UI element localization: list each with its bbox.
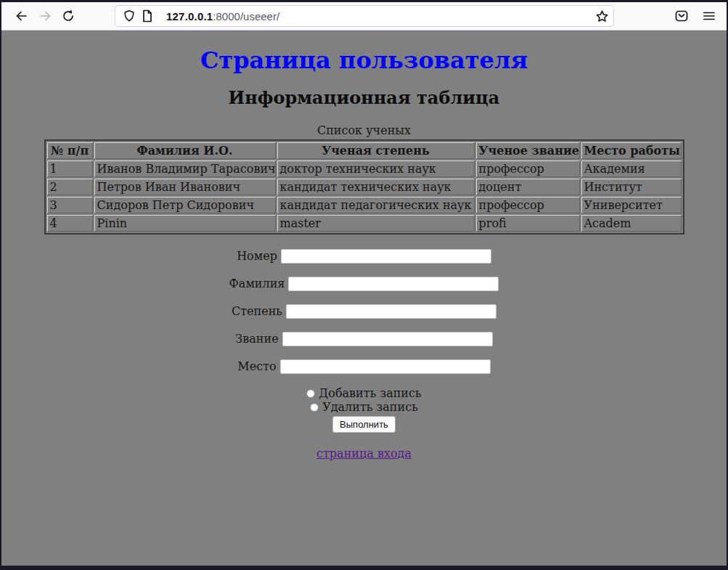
execute-button[interactable]: Выполнить bbox=[332, 416, 396, 433]
table-cell: Иванов Владимир Тарасович bbox=[94, 160, 276, 177]
url-host: 127.0.0.1 bbox=[166, 10, 213, 23]
delete-record-radio[interactable] bbox=[310, 403, 319, 412]
browser-toolbar: 127.0.0.1:8000/useeer/ bbox=[1, 2, 727, 30]
place-label: Место bbox=[237, 359, 276, 373]
scientists-table: № п/п Фамилия И.О. Ученая степень Ученое… bbox=[44, 139, 684, 235]
table-cell: 2 bbox=[47, 179, 93, 195]
table-cell: Институт bbox=[581, 179, 682, 195]
table-cell: profi bbox=[476, 215, 580, 232]
back-arrow-icon bbox=[15, 9, 29, 23]
column-header: Фамилия И.О. bbox=[94, 142, 276, 159]
rank-input[interactable] bbox=[282, 332, 493, 346]
surname-label: Фамилия bbox=[229, 277, 285, 290]
add-record-radio[interactable] bbox=[306, 389, 315, 398]
table-cell: Университет bbox=[581, 197, 682, 213]
table-cell: Сидоров Петр Сидорович bbox=[94, 197, 276, 213]
table-cell: master bbox=[277, 215, 475, 232]
table-cell: Academ bbox=[581, 215, 682, 232]
url-text: 127.0.0.1:8000/useeer/ bbox=[166, 10, 591, 23]
forward-arrow-icon bbox=[38, 9, 52, 23]
table-row: 1 Иванов Владимир Тарасович доктор техни… bbox=[47, 160, 682, 177]
number-input[interactable] bbox=[281, 249, 491, 264]
page-info-icon[interactable] bbox=[142, 9, 153, 23]
table-cell: профессор bbox=[476, 197, 580, 213]
form-row-degree: Степень bbox=[1, 304, 727, 318]
form-row-surname: Фамилия bbox=[1, 276, 727, 290]
form-row-rank: Звание bbox=[1, 331, 727, 346]
column-header: Ученая степень bbox=[277, 142, 475, 159]
page-title: Страница пользователя bbox=[1, 46, 727, 74]
form-row-place: Место bbox=[1, 359, 727, 373]
column-header: Ученое звание bbox=[476, 142, 580, 159]
table-row: 4 Pinin master profi Academ bbox=[47, 215, 682, 232]
table-cell: доктор технических наук bbox=[277, 160, 475, 177]
table-cell: 3 bbox=[47, 197, 93, 213]
login-link-row: страница входа bbox=[1, 447, 727, 460]
table-cell: кандидат технических наук bbox=[277, 179, 475, 195]
table-cell: 1 bbox=[47, 160, 93, 177]
form-row-number: Номер bbox=[1, 248, 727, 263]
url-bar[interactable]: 127.0.0.1:8000/useeer/ bbox=[115, 5, 614, 27]
table-header-row: № п/п Фамилия И.О. Ученая степень Ученое… bbox=[47, 142, 682, 159]
table-caption: Список ученых bbox=[1, 123, 727, 137]
delete-record-option[interactable]: Удалить запись bbox=[1, 400, 727, 414]
reload-icon bbox=[61, 9, 75, 23]
column-header: № п/п bbox=[47, 142, 93, 159]
record-form: Номер Фамилия Степень Звание Место Добав… bbox=[1, 248, 727, 460]
number-label: Номер bbox=[237, 249, 277, 263]
table-row: 3 Сидоров Петр Сидорович кандидат педаго… bbox=[47, 197, 682, 213]
page-subtitle: Информационная таблица bbox=[1, 87, 727, 108]
table-cell: кандидат педагогических наук bbox=[277, 197, 475, 213]
menu-button[interactable] bbox=[702, 9, 716, 23]
toolbar-right-cluster bbox=[674, 9, 719, 23]
surname-input[interactable] bbox=[288, 277, 499, 291]
degree-input[interactable] bbox=[286, 304, 496, 319]
degree-label: Степень bbox=[232, 304, 282, 318]
table-cell: 4 bbox=[47, 215, 93, 232]
pocket-button[interactable] bbox=[674, 9, 689, 23]
browser-window: 127.0.0.1:8000/useeer/ Страниц bbox=[0, 0, 728, 570]
column-header: Место работы bbox=[581, 142, 682, 159]
table-cell: Академия bbox=[581, 160, 682, 177]
forward-button[interactable] bbox=[33, 4, 57, 28]
table-cell: профессор bbox=[476, 160, 580, 177]
url-path: :8000/useeer/ bbox=[213, 10, 279, 23]
reload-button[interactable] bbox=[57, 4, 80, 28]
table-cell: Pinin bbox=[94, 215, 276, 232]
hamburger-menu-icon bbox=[702, 9, 716, 23]
table-row: 2 Петров Иван Иванович кандидат техничес… bbox=[47, 179, 682, 195]
shield-icon[interactable] bbox=[123, 9, 136, 23]
back-button[interactable] bbox=[10, 4, 33, 28]
place-input[interactable] bbox=[280, 359, 491, 374]
table-cell: доцент bbox=[476, 179, 580, 195]
delete-record-label: Удалить запись bbox=[322, 400, 418, 414]
page-content: Страница пользователя Информационная таб… bbox=[1, 30, 727, 566]
pocket-icon bbox=[674, 9, 689, 23]
login-page-link[interactable]: страница входа bbox=[316, 447, 412, 460]
rank-label: Звание bbox=[235, 332, 278, 346]
table-cell: Петров Иван Иванович bbox=[94, 179, 276, 195]
add-record-option[interactable]: Добавить запись bbox=[1, 386, 727, 400]
star-icon bbox=[595, 9, 609, 23]
add-record-label: Добавить запись bbox=[319, 386, 421, 400]
bookmark-star-button[interactable] bbox=[595, 9, 609, 23]
